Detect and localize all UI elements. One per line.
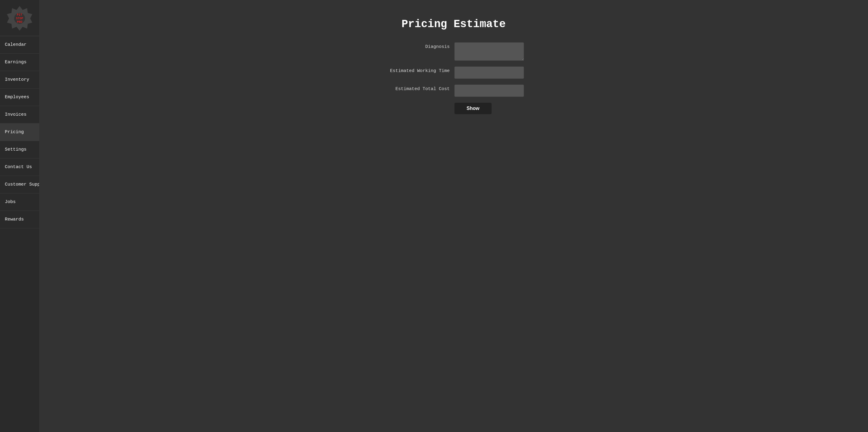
- logo-area: PIT STOP PRO: [0, 0, 39, 36]
- total-cost-row: Estimated Total Cost: [383, 85, 524, 97]
- working-time-label: Estimated Working Time: [383, 67, 450, 73]
- total-cost-input[interactable]: [455, 85, 524, 97]
- sidebar-item-calendar[interactable]: Calendar: [0, 36, 39, 54]
- show-button[interactable]: Show: [455, 103, 492, 114]
- sidebar: PIT STOP PRO CalendarEarningsInventoryEm…: [0, 0, 39, 432]
- main-content: Pricing Estimate Diagnosis Estimated Wor…: [39, 0, 868, 432]
- diagnosis-label: Diagnosis: [383, 42, 450, 49]
- working-time-row: Estimated Working Time: [383, 67, 524, 79]
- sidebar-item-settings[interactable]: Settings: [0, 141, 39, 159]
- svg-text:PRO: PRO: [17, 21, 22, 24]
- sidebar-item-rewards[interactable]: Rewards: [0, 211, 39, 228]
- diagnosis-row: Diagnosis: [383, 42, 524, 61]
- nav-container: CalendarEarningsInventoryEmployeesInvoic…: [0, 36, 39, 228]
- sidebar-item-customer-support[interactable]: Customer Support: [0, 176, 39, 193]
- svg-text:PIT: PIT: [17, 13, 22, 16]
- sidebar-item-earnings[interactable]: Earnings: [0, 54, 39, 71]
- logo-icon: PIT STOP PRO: [6, 4, 33, 32]
- diagnosis-input[interactable]: [455, 42, 524, 61]
- sidebar-item-contact-us[interactable]: Contact Us: [0, 159, 39, 176]
- total-cost-label: Estimated Total Cost: [383, 85, 450, 92]
- sidebar-item-inventory[interactable]: Inventory: [0, 71, 39, 89]
- sidebar-item-employees[interactable]: Employees: [0, 89, 39, 106]
- pricing-estimate-form: Diagnosis Estimated Working Time Estimat…: [383, 42, 524, 114]
- page-title: Pricing Estimate: [401, 18, 506, 30]
- sidebar-item-invoices[interactable]: Invoices: [0, 106, 39, 124]
- working-time-input[interactable]: [455, 67, 524, 79]
- svg-text:STOP: STOP: [16, 17, 23, 20]
- sidebar-item-jobs[interactable]: Jobs: [0, 193, 39, 211]
- sidebar-item-pricing[interactable]: Pricing: [0, 124, 39, 141]
